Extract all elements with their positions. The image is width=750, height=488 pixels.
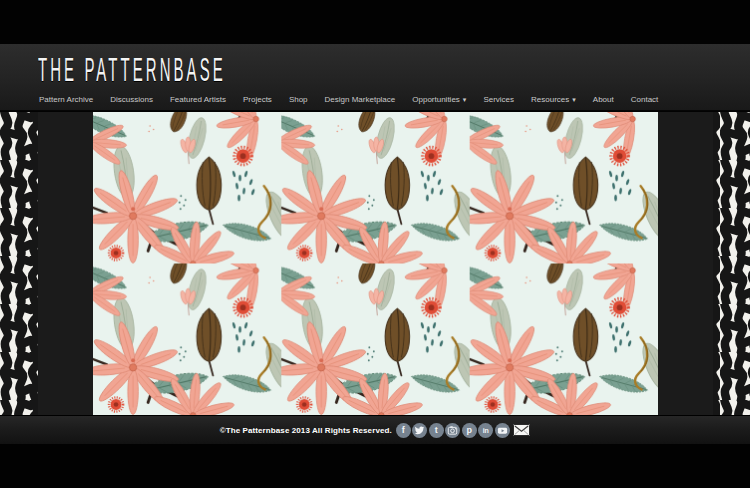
site-logo[interactable]: THE PATTERNBASE: [38, 52, 226, 86]
site-header: THE PATTERNBASE Pattern Archive Discussi…: [0, 44, 750, 111]
nav-item-pattern-archive[interactable]: Pattern Archive: [39, 95, 93, 104]
email-link[interactable]: [513, 424, 530, 437]
nav-item-services[interactable]: Services: [483, 95, 514, 104]
main-nav: Pattern Archive Discussions Featured Art…: [39, 95, 658, 104]
featured-pattern-image[interactable]: [93, 112, 658, 415]
nav-item-featured-artists[interactable]: Featured Artists: [170, 95, 226, 104]
copyright-text: ©The Patternbase 2013 All Rights Reserve…: [220, 426, 392, 435]
nav-label: Opportunities: [412, 95, 460, 104]
pinterest-link[interactable]: p: [462, 423, 477, 438]
nav-item-resources[interactable]: Resources▾: [531, 95, 576, 104]
twitter-link[interactable]: [412, 423, 427, 438]
nav-label: Services: [483, 95, 514, 104]
page: THE PATTERNBASE Pattern Archive Discussi…: [0, 0, 750, 488]
instagram-link[interactable]: [445, 423, 460, 438]
nav-item-discussions[interactable]: Discussions: [110, 95, 153, 104]
linkedin-icon: in: [483, 427, 489, 434]
nav-item-shop[interactable]: Shop: [289, 95, 308, 104]
facebook-link[interactable]: f: [396, 423, 411, 438]
nav-label: Shop: [289, 95, 308, 104]
nav-label: Contact: [631, 95, 659, 104]
header-inner: THE PATTERNBASE Pattern Archive Discussi…: [38, 44, 713, 110]
youtube-icon: [497, 425, 508, 436]
nav-item-design-marketplace[interactable]: Design Marketplace: [325, 95, 396, 104]
content-container: [38, 112, 713, 415]
tumblr-icon: t: [435, 426, 438, 435]
nav-item-projects[interactable]: Projects: [243, 95, 272, 104]
pinterest-icon: p: [467, 426, 473, 435]
nav-item-about[interactable]: About: [593, 95, 614, 104]
instagram-icon: [447, 425, 458, 436]
nav-item-opportunities[interactable]: Opportunities▾: [412, 95, 466, 104]
facebook-icon: f: [402, 426, 405, 435]
nav-item-contact[interactable]: Contact: [631, 95, 659, 104]
nav-label: About: [593, 95, 614, 104]
social-links: f t p in: [396, 423, 531, 438]
chevron-down-icon: ▾: [463, 96, 467, 103]
tumblr-link[interactable]: t: [429, 423, 444, 438]
site-footer: ©The Patternbase 2013 All Rights Reserve…: [0, 415, 750, 444]
twitter-icon: [414, 425, 425, 436]
email-icon: [514, 425, 529, 435]
nav-label: Featured Artists: [170, 95, 226, 104]
nav-label: Pattern Archive: [39, 95, 93, 104]
content-area: [0, 112, 750, 415]
youtube-link[interactable]: [495, 423, 510, 438]
nav-label: Discussions: [110, 95, 153, 104]
nav-label: Projects: [243, 95, 272, 104]
linkedin-link[interactable]: in: [478, 423, 493, 438]
floral-pattern-artwork: [93, 112, 658, 415]
nav-label: Resources: [531, 95, 569, 104]
nav-label: Design Marketplace: [325, 95, 396, 104]
chevron-down-icon: ▾: [572, 96, 576, 103]
